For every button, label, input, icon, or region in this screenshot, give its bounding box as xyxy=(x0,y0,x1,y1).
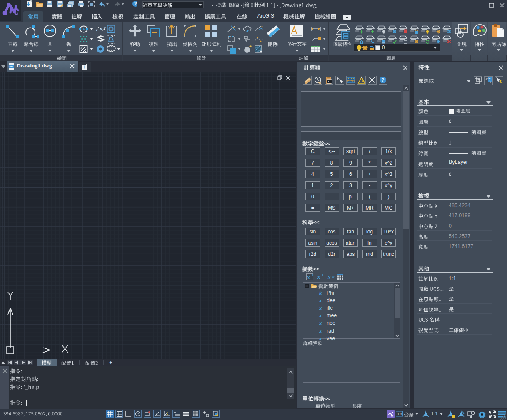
svg-text:?: ? xyxy=(382,78,385,82)
svg-text:0.0: 0.0 xyxy=(397,412,402,416)
svg-text:DWG: DWG xyxy=(9,65,14,68)
svg-text:?: ? xyxy=(134,1,137,6)
